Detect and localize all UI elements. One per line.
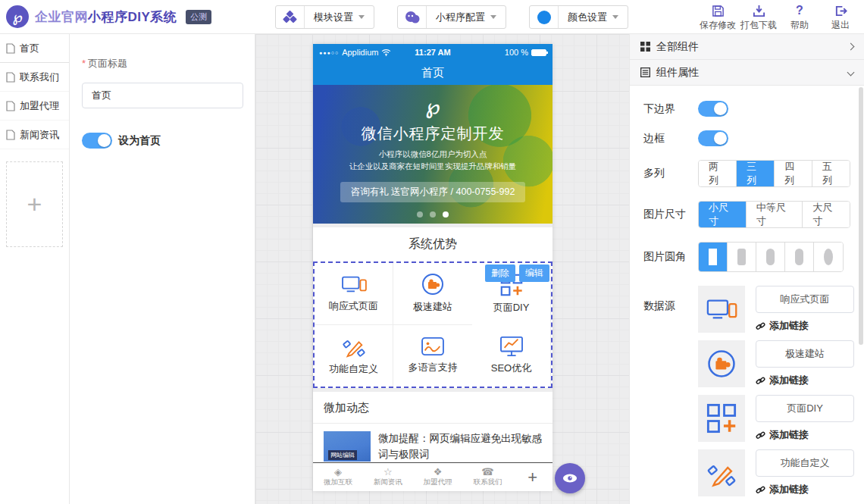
bottom-border-toggle[interactable] <box>698 101 728 117</box>
data-source-label: 数据源 <box>643 299 698 313</box>
radius-option-3[interactable] <box>785 243 814 271</box>
exit-button[interactable]: 退出 <box>820 4 861 32</box>
grid-item-seo[interactable]: SEO优化 <box>472 325 551 387</box>
dropdown-label: 小程序配置 <box>436 11 485 24</box>
preview-button[interactable] <box>555 463 585 493</box>
chevron-down-icon <box>612 15 618 19</box>
page-title-input[interactable] <box>82 83 243 108</box>
phone-nav-title: 首页 <box>421 66 444 80</box>
data-source-title-input[interactable] <box>756 340 854 368</box>
advantages-title[interactable]: 系统优势 <box>313 227 553 261</box>
header-actions: 保存修改 打包下载 ? 帮助 退出 <box>697 4 861 32</box>
brand: ℘ 企业官网小程序DIY系统 公测 <box>0 5 211 28</box>
news-component[interactable]: 微加动态 网站编辑 微加提醒：网页编辑应避免出现敏感词与极限词 <box>313 392 553 463</box>
tab-add-button[interactable]: + <box>512 468 553 487</box>
component-props-header[interactable]: 组件属性 <box>630 60 864 86</box>
wifi-icon <box>381 49 391 56</box>
chevron-down-icon <box>490 15 496 19</box>
tab-contact[interactable]: ☎ 联系我们 <box>462 467 512 487</box>
clock-label: 11:27 AM <box>415 48 450 57</box>
link-icon <box>756 485 765 495</box>
tab-news[interactable]: ☆ 新闻资讯 <box>363 467 413 487</box>
grid-item-speed-build[interactable]: 极速建站 <box>393 263 472 325</box>
page-settings-panel: *页面标题 设为首页 <box>70 34 255 504</box>
radius-option-2[interactable] <box>756 243 785 271</box>
grid-item-multilang[interactable]: 多语言支持 <box>393 325 472 387</box>
battery-icon <box>531 49 546 56</box>
banner-title: 微信小程序定制开发 <box>313 124 553 144</box>
tab-agency[interactable]: ❖ 加盟代理 <box>413 467 463 487</box>
add-link-button[interactable]: 添加链接 <box>756 428 854 442</box>
phone-nav-bar[interactable]: 首页 <box>313 61 553 85</box>
size-option-large[interactable]: 大尺寸 <box>803 202 850 227</box>
component-properties-panel: 全部组件 组件属性 下边界 边框 多列 两列 三列 <box>629 34 864 504</box>
modules-icon <box>276 6 305 28</box>
add-link-button[interactable]: 添加链接 <box>756 374 854 387</box>
news-item[interactable]: 网站编辑 微加提醒：网页编辑应避免出现敏感词与极限词 <box>313 424 553 463</box>
size-option-small[interactable]: 小尺寸 <box>699 202 747 227</box>
radius-option-4[interactable] <box>814 243 843 271</box>
data-source-title-input[interactable] <box>756 449 854 477</box>
download-button[interactable]: 打包下载 <box>738 4 779 32</box>
carrier-label: Applidium <box>342 48 378 57</box>
grid-item-responsive[interactable]: 响应式页面 <box>315 263 393 325</box>
edit-button[interactable]: 编辑 <box>519 265 549 282</box>
module-settings-dropdown[interactable]: 模块设置 <box>275 5 374 29</box>
tab-weijia[interactable]: ◈ 微加互联 <box>313 467 363 487</box>
custom-func-icon <box>698 449 745 496</box>
advantages-grid-component-selected[interactable]: 删除 编辑 响应式页面 极速建站 页面DIY 功能自定义 <box>313 261 553 388</box>
banner-cta-button[interactable]: 咨询有礼 送官网小程序 / 400-0755-992 <box>340 182 526 202</box>
add-link-button[interactable]: 添加链接 <box>756 319 854 333</box>
news-headline: 微加提醒：网页编辑应避免出现敏感词与极限词 <box>378 431 542 463</box>
speed-build-icon <box>698 340 745 387</box>
data-source-title-input[interactable] <box>756 286 854 313</box>
signal-icon: ●●●○○ <box>319 50 339 55</box>
sidebar-item-home[interactable]: 首页 <box>0 34 69 63</box>
columns-label: 多列 <box>643 167 698 180</box>
sidebar-item-agency[interactable]: 加盟代理 <box>0 92 69 121</box>
grid-item-custom-func[interactable]: 功能自定义 <box>315 325 393 387</box>
miniprogram-config-dropdown[interactable]: 小程序配置 <box>397 5 506 29</box>
star-icon: ☆ <box>383 467 393 477</box>
border-toggle[interactable] <box>698 130 728 146</box>
data-source-list: 添加链接 添加链接 <box>698 286 854 504</box>
radius-option-1[interactable] <box>728 243 756 271</box>
battery-label: 100 % <box>505 48 528 57</box>
banner-component[interactable]: ℘ 微信小程序定制开发 小程序以微信8亿用户为切入点 让企业以及商家在短时间里实… <box>313 85 553 224</box>
app-header: ℘ 企业官网小程序DIY系统 公测 模块设置 小程序配置 颜色设置 <box>0 0 864 34</box>
design-canvas[interactable]: ●●●○○ Applidium 11:27 AM 100 % 首页 ℘ 微信小程… <box>255 34 629 504</box>
phone-tab-bar: ◈ 微加互联 ☆ 新闻资讯 ❖ 加盟代理 ☎ 联系我们 + <box>313 462 553 491</box>
panel-scrollbar[interactable] <box>859 87 863 345</box>
page-icon <box>6 43 15 54</box>
border-label: 边框 <box>643 132 698 146</box>
columns-option-5[interactable]: 五列 <box>812 161 850 186</box>
speed-build-icon <box>421 273 444 296</box>
page-icon <box>6 101 15 111</box>
radius-option-0[interactable] <box>699 243 728 271</box>
link-icon <box>756 321 765 331</box>
custom-func-icon <box>342 335 366 358</box>
help-button[interactable]: ? 帮助 <box>779 4 820 32</box>
save-button[interactable]: 保存修改 <box>697 4 738 32</box>
color-circle-icon <box>530 6 559 28</box>
header-dropdowns: 模块设置 小程序配置 颜色设置 <box>275 5 628 29</box>
dropdown-label: 颜色设置 <box>568 11 607 24</box>
columns-option-3[interactable]: 三列 <box>737 161 775 186</box>
data-source-row: 添加链接 <box>698 286 854 333</box>
all-components-header[interactable]: 全部组件 <box>630 34 864 60</box>
sidebar-item-news[interactable]: 新闻资讯 <box>0 121 69 149</box>
delete-button[interactable]: 删除 <box>485 265 515 282</box>
carousel-dots <box>313 211 553 218</box>
add-link-button[interactable]: 添加链接 <box>756 483 854 496</box>
color-settings-dropdown[interactable]: 颜色设置 <box>529 5 628 29</box>
columns-option-4[interactable]: 四列 <box>775 161 812 186</box>
data-source-title-input[interactable] <box>756 395 854 422</box>
sidebar-item-contact[interactable]: 联系我们 <box>0 63 69 92</box>
eye-icon <box>562 473 578 484</box>
add-page-button[interactable]: + <box>6 161 63 247</box>
size-option-medium[interactable]: 中等尺寸 <box>747 202 803 227</box>
columns-option-2[interactable]: 两列 <box>699 161 737 186</box>
beta-badge: 公测 <box>186 10 211 24</box>
link-icon <box>756 430 765 440</box>
set-home-toggle[interactable] <box>82 133 112 149</box>
